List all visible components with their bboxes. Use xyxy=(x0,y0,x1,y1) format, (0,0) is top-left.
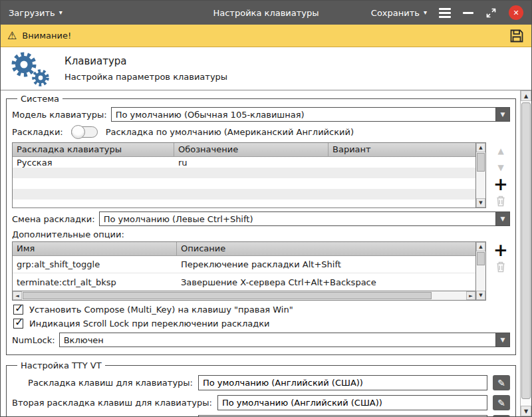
numlock-combobox[interactable]: Включен ▼ xyxy=(59,333,510,347)
main-scrollbar[interactable]: ▲ ▼ xyxy=(520,90,531,416)
table-row[interactable]: Русская ru xyxy=(13,157,475,168)
options-table-body: grp:alt_shift_toggle Переключение раскла… xyxy=(13,256,475,291)
column-header-layout[interactable]: Раскладка клавиатуры xyxy=(13,143,174,157)
load-button[interactable]: Загрузить ▾ xyxy=(9,8,63,18)
compose-checkbox-label: Установить Compose (Multi_Key) на клавиш… xyxy=(29,305,293,315)
table-row[interactable]: grp:alt_shift_toggle Переключение раскла… xyxy=(13,256,475,273)
pencil-icon: ✎ xyxy=(497,398,505,408)
tty-keymap2-label: Вторая раскладка клавиш для клавиатуры: xyxy=(12,398,212,408)
warning-icon: ⚠ xyxy=(7,31,17,41)
scroll-thumb[interactable] xyxy=(23,292,432,299)
cell-option-name: terminate:ctrl_alt_bksp xyxy=(13,273,177,291)
menu-button[interactable] xyxy=(439,8,451,18)
scroll-up-icon[interactable]: ▲ xyxy=(476,143,485,152)
pencil-icon: ✎ xyxy=(497,378,505,388)
compose-checkbox[interactable] xyxy=(13,305,23,315)
layouts-table-scrollbar[interactable]: ▲ ▼ xyxy=(475,143,485,208)
scroll-thumb[interactable] xyxy=(521,102,531,399)
arrow-down-icon: ▼ xyxy=(497,163,503,172)
scroll-track[interactable] xyxy=(22,291,466,300)
minimize-button[interactable] xyxy=(463,12,473,14)
page-title: Клавиатура xyxy=(65,55,227,67)
close-button[interactable]: ✕ xyxy=(509,5,523,20)
options-table-hscrollbar[interactable]: ◄ ► xyxy=(13,291,475,300)
settings-form: Система Модель клавиатуры: По умолчанию … xyxy=(1,90,520,416)
system-group-legend: Система xyxy=(17,94,63,104)
load-button-label: Загрузить xyxy=(9,8,55,18)
add-layout-button[interactable]: + xyxy=(492,177,509,192)
layouts-label: Раскладки: xyxy=(12,127,63,137)
edit-tty-keymap-button[interactable]: ✎ xyxy=(493,375,510,390)
tty-keymap-input[interactable] xyxy=(198,375,487,390)
layouts-default-toggle[interactable] xyxy=(71,126,98,138)
table-row[interactable]: terminate:ctrl_alt_bksp Завершение X-сер… xyxy=(13,273,475,291)
column-header-name[interactable]: Имя xyxy=(13,242,177,256)
scroll-down-icon[interactable]: ▼ xyxy=(476,198,485,208)
edit-tty-keymap2-button[interactable]: ✎ xyxy=(493,395,510,410)
combo-arrow-icon[interactable]: ▼ xyxy=(495,212,509,225)
keyboard-model-label: Модель клавиатуры: xyxy=(12,110,107,120)
move-down-button[interactable]: ▼ xyxy=(492,160,509,175)
options-table-scrollbar[interactable]: ▲ ▼ xyxy=(475,242,485,300)
tty-keymap2-input[interactable] xyxy=(217,395,487,410)
save-file-button[interactable] xyxy=(509,28,525,44)
scroll-track[interactable] xyxy=(476,152,485,198)
column-header-description[interactable]: Описание xyxy=(177,242,475,256)
layouts-table: Раскладка клавиатуры Обозначение Вариант… xyxy=(12,142,486,208)
scroll-lock-checkbox[interactable] xyxy=(13,319,23,329)
warning-text: Внимание! xyxy=(22,31,71,41)
scroll-down-icon[interactable]: ▼ xyxy=(476,291,485,300)
chevron-down-icon: ▾ xyxy=(424,9,427,16)
compose-checkbox-row[interactable]: Установить Compose (Multi_Key) на клавиш… xyxy=(13,305,510,315)
app-header: Клавиатура Настройка параметров клавиату… xyxy=(1,47,531,90)
numlock-row: NumLock: Включен ▼ xyxy=(12,333,510,347)
column-header-code[interactable]: Обозначение xyxy=(174,143,329,157)
add-option-button[interactable]: + xyxy=(492,243,509,257)
layout-switch-combobox[interactable]: По умолчанию (Левые Ctrl+Shift) ▼ xyxy=(99,211,510,226)
cell-variant xyxy=(329,157,475,168)
tty-font-input[interactable] xyxy=(198,415,487,416)
cell-code: ru xyxy=(174,157,329,168)
delete-option-button[interactable] xyxy=(492,259,509,274)
layouts-table-buttons: ▲ ▼ + xyxy=(486,142,510,208)
close-icon: ✕ xyxy=(513,9,519,17)
combo-arrow-icon[interactable]: ▼ xyxy=(495,108,509,121)
tty-keymap-label: Раскладка клавиш для клавиатуры: xyxy=(12,378,193,388)
content-area: Система Модель клавиатуры: По умолчанию … xyxy=(1,90,531,416)
tty-keymap2-row: Вторая раскладка клавиш для клавиатуры: … xyxy=(12,395,510,410)
scroll-thumb[interactable] xyxy=(477,153,485,172)
edit-tty-font-button[interactable]: ✎ xyxy=(493,415,510,416)
titlebar: Настройка клавиатуры Загрузить ▾ Сохрани… xyxy=(1,1,531,25)
options-table-buttons: + xyxy=(486,241,510,301)
column-header-variant[interactable]: Вариант xyxy=(329,143,475,157)
combo-arrow-icon[interactable]: ▼ xyxy=(495,333,509,347)
hamburger-menu-icon xyxy=(439,8,451,18)
layouts-table-body: Русская ru xyxy=(13,157,475,204)
delete-layout-button[interactable] xyxy=(492,194,509,208)
scroll-up-icon[interactable]: ▲ xyxy=(521,90,531,101)
tty-font-row: Шрифт: ✎ xyxy=(12,415,510,416)
warning-bar: ⚠ Внимание! xyxy=(1,25,531,47)
keyboard-model-combobox[interactable]: По умолчанию (Обычная 105-клавишная) ▼ xyxy=(111,107,510,122)
scroll-thumb[interactable] xyxy=(477,252,485,265)
scroll-left-icon[interactable]: ◄ xyxy=(13,291,22,300)
scroll-up-icon[interactable]: ▲ xyxy=(476,242,485,251)
toggle-knob xyxy=(71,125,85,139)
plus-icon: + xyxy=(493,243,508,257)
scroll-lock-checkbox-row[interactable]: Индикация Scroll Lock при переключении р… xyxy=(13,319,510,329)
cell-option-description: Завершение X-сервера Ctrl+Alt+Backspace xyxy=(177,273,475,291)
extra-options-label: Дополнительные опции: xyxy=(12,229,124,239)
layouts-table-section: Раскладка клавиатуры Обозначение Вариант… xyxy=(12,142,510,208)
page-subtitle: Настройка параметров клавиатуры xyxy=(65,72,227,82)
options-table-section: Имя Описание grp:alt_shift_toggle Перекл… xyxy=(12,241,510,301)
arrow-up-icon: ▲ xyxy=(497,146,503,156)
scroll-right-icon[interactable]: ► xyxy=(466,291,475,300)
maximize-button[interactable] xyxy=(485,7,497,19)
scroll-track[interactable] xyxy=(521,101,531,406)
move-up-button[interactable]: ▲ xyxy=(492,144,509,158)
scroll-down-icon[interactable]: ▼ xyxy=(521,406,531,416)
layouts-default-text: Раскладка по умолчанию (Американский Анг… xyxy=(106,127,354,137)
scroll-track[interactable] xyxy=(476,251,485,291)
save-button[interactable]: Сохранить ▾ xyxy=(371,8,427,18)
keyboard-settings-window: Настройка клавиатуры Загрузить ▾ Сохрани… xyxy=(0,0,532,417)
